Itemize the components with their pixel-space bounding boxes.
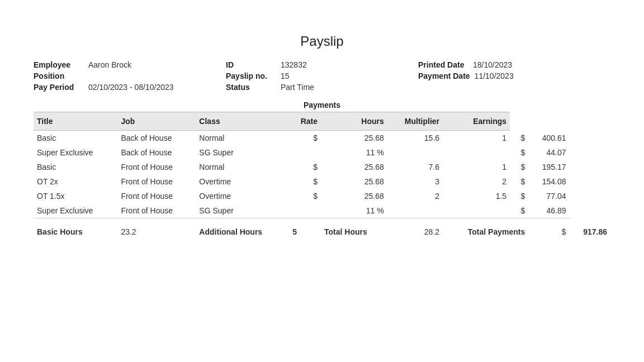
cell-rate-symbol: $ xyxy=(289,131,321,146)
cell-rate: 25.68 xyxy=(321,189,387,203)
payslip-no-value: 15 xyxy=(281,72,290,80)
cell-rate: 11 % xyxy=(321,203,387,218)
payslip-no-label: Payslip no. xyxy=(226,72,276,80)
cell-earnings-symbol: $ xyxy=(510,145,528,160)
cell-earnings: 44.07 xyxy=(528,145,569,160)
id-value: 132832 xyxy=(281,60,307,69)
payments-heading: Payments xyxy=(34,101,610,109)
cell-earnings: 400.61 xyxy=(528,131,569,146)
header-left: Employee Aaron Brock Position Pay Period… xyxy=(34,60,226,92)
additional-hours-value: 5 xyxy=(289,225,321,239)
cell-title: OT 1.5x xyxy=(34,189,117,203)
payments-table: Title Job Class Rate Hours Multiplier Ea… xyxy=(34,112,610,239)
cell-earnings: 77.04 xyxy=(528,189,569,203)
cell-hours xyxy=(387,145,443,160)
table-row: OT 2x Front of House Overtime $ 25.68 3 … xyxy=(34,174,610,189)
cell-class: Normal xyxy=(196,131,289,146)
cell-hours: 2 xyxy=(387,189,443,203)
cell-title: OT 2x xyxy=(34,174,117,189)
total-hours-label: Total Hours xyxy=(321,225,387,239)
cell-earnings-symbol: $ xyxy=(510,174,528,189)
cell-earnings-symbol: $ xyxy=(510,203,528,218)
cell-multiplier: 1.5 xyxy=(443,189,510,203)
payments-section: Payments Title Job Class Rate Hours Mult… xyxy=(34,101,610,239)
total-payments-symbol: $ xyxy=(528,225,569,239)
position-row: Position xyxy=(34,72,226,80)
header-middle: ID 132832 Payslip no. 15 Status Part Tim… xyxy=(226,60,418,92)
col-class: Class xyxy=(196,112,289,131)
basic-hours-value: 23.2 xyxy=(117,225,196,239)
cell-multiplier xyxy=(443,145,510,160)
cell-earnings-symbol: $ xyxy=(510,131,528,146)
cell-hours: 3 xyxy=(387,174,443,189)
cell-rate-symbol: $ xyxy=(289,160,321,174)
cell-job: Back of House xyxy=(117,131,196,146)
cell-class: SG Super xyxy=(196,203,289,218)
payment-date-value: 11/10/2023 xyxy=(475,72,514,80)
table-row: Super Exclusive Back of House SG Super 1… xyxy=(34,145,610,160)
col-title: Title xyxy=(34,112,117,131)
pay-period-value: 02/10/2023 - 08/10/2023 xyxy=(88,83,174,92)
printed-date-label: Printed Date xyxy=(418,60,468,69)
cell-earnings: 46.89 xyxy=(528,203,569,218)
header-right: Printed Date 18/10/2023 Payment Date 11/… xyxy=(418,60,610,92)
printed-date-value: 18/10/2023 xyxy=(473,60,512,69)
cell-hours: 15.6 xyxy=(387,131,443,146)
cell-hours: 7.6 xyxy=(387,160,443,174)
payslip-title: Payslip xyxy=(34,34,610,49)
total-hours-value: 28.2 xyxy=(387,225,443,239)
cell-rate: 11 % xyxy=(321,145,387,160)
cell-job: Front of House xyxy=(117,189,196,203)
table-header-row: Title Job Class Rate Hours Multiplier Ea… xyxy=(34,112,610,131)
cell-class: Overtime xyxy=(196,189,289,203)
total-payments-value: 917.86 xyxy=(570,225,610,239)
table-row: Super Exclusive Front of House SG Super … xyxy=(34,203,610,218)
pay-period-row: Pay Period 02/10/2023 - 08/10/2023 xyxy=(34,83,226,92)
cell-multiplier: 1 xyxy=(443,131,510,146)
additional-hours-label: Additional Hours xyxy=(196,225,289,239)
col-hours: Hours xyxy=(321,112,387,131)
col-job: Job xyxy=(117,112,196,131)
cell-job: Front of House xyxy=(117,174,196,189)
header-section: Employee Aaron Brock Position Pay Period… xyxy=(34,60,610,92)
cell-rate-symbol xyxy=(289,203,321,218)
status-label: Status xyxy=(226,83,276,92)
cell-job: Back of House xyxy=(117,145,196,160)
status-row: Status Part Time xyxy=(226,83,418,92)
cell-multiplier: 1 xyxy=(443,160,510,174)
cell-job: Front of House xyxy=(117,203,196,218)
payment-date-label: Payment Date xyxy=(418,72,470,80)
cell-title: Basic xyxy=(34,160,117,174)
printed-date-row: Printed Date 18/10/2023 xyxy=(418,60,610,69)
status-value: Part Time xyxy=(281,83,314,92)
pay-period-label: Pay Period xyxy=(34,83,84,92)
cell-earnings-symbol: $ xyxy=(510,160,528,174)
cell-title: Super Exclusive xyxy=(34,145,117,160)
cell-rate-symbol: $ xyxy=(289,189,321,203)
cell-title: Super Exclusive xyxy=(34,203,117,218)
cell-earnings: 195.17 xyxy=(528,160,569,174)
cell-earnings-symbol: $ xyxy=(510,189,528,203)
cell-rate: 25.68 xyxy=(321,174,387,189)
cell-title: Basic xyxy=(34,131,117,146)
payslip-container: Payslip Employee Aaron Brock Position Pa… xyxy=(34,34,610,239)
payslip-no-row: Payslip no. 15 xyxy=(226,72,418,80)
employee-value: Aaron Brock xyxy=(88,60,131,69)
cell-job: Front of House xyxy=(117,160,196,174)
col-earnings: Earnings xyxy=(443,112,510,131)
table-row: Basic Back of House Normal $ 25.68 15.6 … xyxy=(34,131,610,146)
cell-hours xyxy=(387,203,443,218)
total-payments-label: Total Payments xyxy=(443,225,528,239)
payment-date-row: Payment Date 11/10/2023 xyxy=(418,72,610,80)
cell-class: Normal xyxy=(196,160,289,174)
id-label: ID xyxy=(226,60,276,69)
table-row: Basic Front of House Normal $ 25.68 7.6 … xyxy=(34,160,610,174)
table-row: OT 1.5x Front of House Overtime $ 25.68 … xyxy=(34,189,610,203)
cell-rate-symbol: $ xyxy=(289,174,321,189)
cell-rate-symbol xyxy=(289,145,321,160)
basic-hours-label: Basic Hours xyxy=(34,225,117,239)
cell-class: SG Super xyxy=(196,145,289,160)
col-multiplier: Multiplier xyxy=(387,112,443,131)
position-label: Position xyxy=(34,72,84,80)
totals-row: Basic Hours 23.2 Additional Hours 5 Tota… xyxy=(34,225,610,239)
